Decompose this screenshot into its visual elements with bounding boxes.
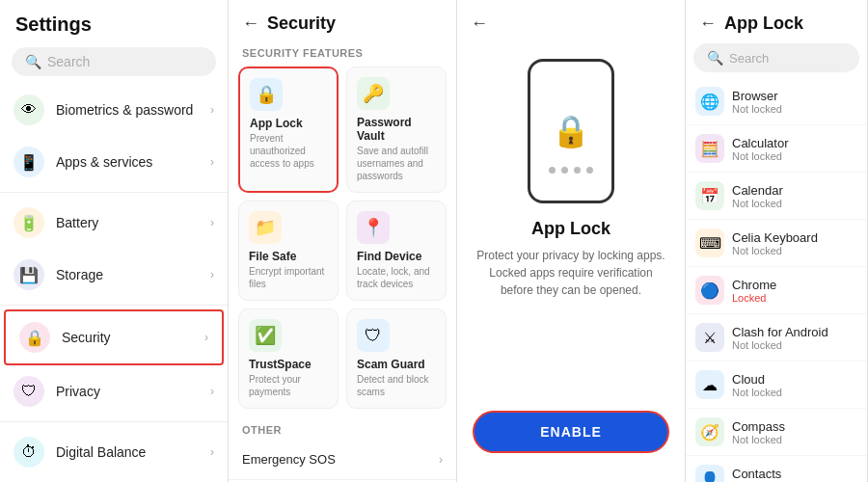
- app-list-item-7[interactable]: 🧭 Compass Not locked: [686, 409, 867, 456]
- dot-3: [574, 167, 581, 174]
- app-list-item-5[interactable]: ⚔ Clash for Android Not locked: [686, 314, 867, 362]
- app-search-placeholder: Search: [729, 51, 769, 66]
- app-lock-nav: ←: [457, 0, 685, 40]
- sidebar-item-security[interactable]: 🔒 Security ›: [4, 309, 224, 365]
- security-panel-title: Security: [267, 13, 336, 34]
- sidebar-item-privacy[interactable]: 🛡 Privacy ›: [0, 365, 228, 417]
- app-name-2: Calendar: [732, 183, 783, 198]
- app-name-8: Contacts: [732, 467, 782, 481]
- icon-storage: 💾: [14, 259, 44, 290]
- app-name-0: Browser: [732, 89, 782, 103]
- label-biometrics: Biometrics & password: [56, 102, 210, 118]
- feature-card-file-safe[interactable]: 📁 File Safe Encrypt important files: [238, 201, 339, 301]
- app-icon-3: ⌨: [695, 228, 724, 257]
- app-status-1: Not locked: [732, 150, 789, 162]
- sidebar-item-huawei-assistant[interactable]: 🤖 HUAWEI Assistant ›: [0, 478, 228, 482]
- app-list-item-4[interactable]: 🔵 Chrome Locked: [686, 267, 867, 314]
- feat-icon-password-vault: 🔑: [357, 77, 390, 110]
- feat-desc-app-lock: Prevent unauthorized access to apps: [250, 132, 327, 170]
- enable-button[interactable]: ENABLE: [473, 411, 669, 453]
- search-icon: 🔍: [25, 54, 41, 69]
- feature-card-app-lock[interactable]: 🔒 App Lock Prevent unauthorized access t…: [238, 67, 339, 193]
- pin-dots: [549, 167, 593, 174]
- sidebar-item-digital-balance[interactable]: ⏱ Digital Balance ›: [0, 426, 228, 478]
- chevron-biometrics: ›: [210, 103, 214, 117]
- security-features-grid: 🔒 App Lock Prevent unauthorized access t…: [229, 63, 456, 416]
- feat-desc-find-device: Locate, lock, and track devices: [357, 265, 436, 290]
- feat-name-trustspace: TrustSpace: [249, 358, 328, 371]
- feature-card-password-vault[interactable]: 🔑 Password Vault Save and autofill usern…: [346, 67, 447, 193]
- app-status-4: Locked: [732, 292, 776, 304]
- feat-name-file-safe: File Safe: [249, 250, 328, 263]
- dot-4: [586, 167, 593, 174]
- sidebar-item-apps[interactable]: 📱 Apps & services ›: [0, 136, 228, 188]
- app-list-item-8[interactable]: 👤 Contacts Not locked: [686, 456, 867, 482]
- chevron-privacy: ›: [210, 385, 214, 398]
- app-lock-list-title: App Lock: [724, 13, 803, 34]
- chevron-storage: ›: [210, 268, 214, 281]
- feat-name-find-device: Find Device: [357, 250, 436, 263]
- app-name-5: Clash for Android: [732, 325, 828, 339]
- icon-apps: 📱: [14, 147, 44, 177]
- feat-icon-trustspace: ✅: [249, 319, 282, 352]
- app-list-item-2[interactable]: 📅 Calendar Not locked: [686, 173, 867, 220]
- phone-mockup: 🔒: [528, 59, 614, 203]
- app-status-3: Not locked: [732, 245, 818, 256]
- app-name-6: Cloud: [732, 372, 782, 387]
- app-status-6: Not locked: [732, 387, 782, 398]
- app-icon-5: ⚔: [695, 323, 724, 352]
- label-apps: Apps & services: [56, 154, 210, 170]
- app-icon-6: ☁: [695, 370, 724, 399]
- app-list-item-3[interactable]: ⌨ Celia Keyboard Not locked: [686, 220, 867, 267]
- app-status-2: Not locked: [732, 198, 783, 209]
- app-lock-info-title: App Lock: [531, 219, 610, 239]
- other-item-emergency-sos[interactable]: Emergency SOS›: [229, 440, 456, 480]
- settings-title: Settings: [0, 0, 228, 43]
- label-digital-balance: Digital Balance: [56, 444, 210, 460]
- feature-card-scam-guard[interactable]: 🛡 Scam Guard Detect and block scams: [346, 308, 447, 409]
- app-list-item-0[interactable]: 🌐 Browser Not locked: [686, 78, 867, 125]
- sidebar-item-storage[interactable]: 💾 Storage ›: [0, 249, 228, 301]
- sidebar-item-biometrics[interactable]: 👁 Biometrics & password ›: [0, 84, 228, 136]
- feat-name-scam-guard: Scam Guard: [357, 358, 436, 371]
- app-info-4: Chrome Locked: [732, 278, 776, 304]
- icon-privacy: 🛡: [14, 376, 44, 407]
- app-lock-search[interactable]: 🔍 Search: [693, 43, 859, 72]
- icon-battery: 🔋: [14, 207, 44, 238]
- dot-1: [549, 167, 556, 174]
- app-lock-info-panel: ← 🔒 App Lock Protect your privacy by loc…: [457, 0, 686, 482]
- app-info-5: Clash for Android Not locked: [732, 325, 828, 351]
- app-info-0: Browser Not locked: [732, 89, 782, 115]
- label-privacy: Privacy: [56, 384, 210, 399]
- sidebar-item-battery[interactable]: 🔋 Battery ›: [0, 197, 228, 249]
- feat-desc-file-safe: Encrypt important files: [249, 265, 328, 290]
- feat-desc-scam-guard: Detect and block scams: [357, 373, 436, 398]
- feat-name-password-vault: Password Vault: [357, 116, 436, 143]
- icon-security: 🔒: [19, 322, 50, 353]
- chevron-security: ›: [204, 331, 208, 344]
- app-icon-1: 🧮: [695, 134, 724, 163]
- app-icon-8: 👤: [695, 465, 724, 482]
- back-arrow-icon[interactable]: ←: [242, 13, 259, 34]
- chevron-digital-balance: ›: [210, 445, 214, 459]
- app-icon-4: 🔵: [695, 276, 724, 305]
- feat-icon-scam-guard: 🛡: [357, 319, 390, 352]
- app-info-6: Cloud Not locked: [732, 372, 782, 398]
- app-icon-7: 🧭: [695, 417, 724, 446]
- back-arrow-icon-2[interactable]: ←: [471, 13, 488, 34]
- feature-card-trustspace[interactable]: ✅ TrustSpace Protect your payments: [238, 308, 339, 409]
- app-name-1: Calculator: [732, 136, 789, 150]
- back-arrow-icon-3[interactable]: ←: [699, 13, 717, 34]
- feat-name-app-lock: App Lock: [250, 117, 327, 130]
- icon-biometrics: 👁: [14, 94, 44, 125]
- search-icon-2: 🔍: [707, 50, 723, 66]
- app-list-item-6[interactable]: ☁ Cloud Not locked: [686, 362, 867, 409]
- security-nav: ← Security: [229, 0, 456, 40]
- app-list-item-1[interactable]: 🧮 Calculator Not locked: [686, 125, 867, 173]
- feature-card-find-device[interactable]: 📍 Find Device Locate, lock, and track de…: [346, 201, 447, 301]
- label-storage: Storage: [56, 267, 210, 282]
- security-features-label: SECURITY FEATURES: [229, 40, 456, 63]
- chevron-apps: ›: [210, 155, 214, 169]
- settings-search[interactable]: 🔍 Search: [12, 47, 216, 76]
- other-label-emergency-sos: Emergency SOS: [242, 452, 336, 467]
